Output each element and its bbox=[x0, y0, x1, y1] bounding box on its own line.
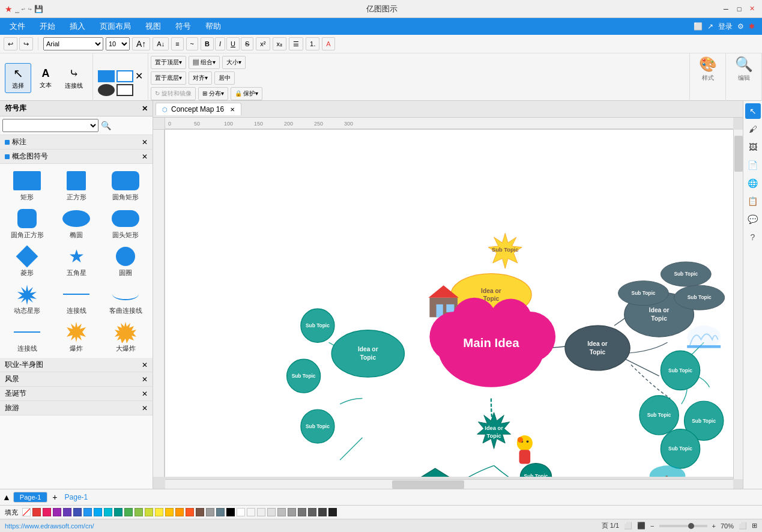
color-light-green[interactable] bbox=[135, 508, 143, 516]
color-grey[interactable] bbox=[206, 508, 214, 516]
shape-burst-item[interactable]: 动态星形 bbox=[5, 282, 49, 315]
canvas-content[interactable]: Sub Topic Idea or Topic Ide bbox=[165, 130, 733, 477]
color-pink[interactable] bbox=[43, 508, 51, 516]
menu-layout[interactable]: 页面布局 bbox=[92, 19, 138, 34]
align-arrange-btn[interactable]: 对齐▾ bbox=[189, 71, 212, 85]
select-tool-btn[interactable]: ↖ 选择 bbox=[5, 63, 31, 93]
bring-top-btn[interactable]: 置于顶层▾ bbox=[151, 56, 186, 69]
menu-start[interactable]: 开始 bbox=[32, 19, 62, 34]
shape-line-item[interactable]: 连接线 bbox=[54, 282, 98, 315]
color-grey1[interactable] bbox=[247, 508, 255, 516]
canvas-wrapper[interactable]: 0 50 100 150 200 250 300 bbox=[153, 118, 743, 489]
shape-explosion-item[interactable]: 爆炸 bbox=[54, 320, 98, 353]
menu-help[interactable]: 帮助 bbox=[198, 19, 228, 34]
login-button[interactable]: 登录 bbox=[718, 22, 733, 32]
save-icon[interactable]: 💾 bbox=[34, 5, 43, 13]
shape-curve-item[interactable]: 客曲连接线 bbox=[103, 282, 148, 315]
color-black[interactable] bbox=[226, 508, 235, 516]
close-career-icon[interactable]: ✕ bbox=[142, 361, 148, 369]
minimize-button[interactable]: ─ bbox=[721, 4, 731, 14]
menu-view[interactable]: 视图 bbox=[138, 19, 168, 34]
zoom-out-btn[interactable]: − bbox=[650, 522, 654, 530]
font-family-select[interactable]: Arial bbox=[43, 37, 103, 50]
search-icon[interactable]: 🔍 bbox=[101, 121, 111, 130]
color-green[interactable] bbox=[124, 508, 133, 516]
website-link[interactable]: https://www.edrawsoft.com/cn/ bbox=[5, 522, 94, 530]
color-deep-purple[interactable] bbox=[63, 508, 71, 516]
font-decrease-btn[interactable]: A↓ bbox=[153, 37, 169, 50]
grid-btn[interactable]: ⊞ bbox=[752, 522, 757, 530]
page-up-btn[interactable]: ▲ bbox=[2, 492, 11, 502]
close-annotation-icon[interactable]: ✕ bbox=[142, 138, 148, 147]
shape-rrect-item[interactable]: 圆角矩形 bbox=[103, 169, 148, 202]
settings-icon[interactable]: ⚙ bbox=[737, 22, 744, 31]
color-grey4[interactable] bbox=[277, 508, 286, 516]
font-increase-btn[interactable]: A↑ bbox=[132, 37, 150, 50]
color-amber[interactable] bbox=[165, 508, 174, 516]
close-scenery-icon[interactable]: ✕ bbox=[142, 375, 148, 384]
numlist-btn[interactable]: 1. bbox=[306, 37, 319, 50]
zoom-slider[interactable] bbox=[659, 525, 707, 527]
color-orange[interactable] bbox=[175, 508, 184, 516]
font-size-select[interactable]: 10 bbox=[106, 37, 130, 50]
tilde-btn[interactable]: ~ bbox=[186, 37, 198, 50]
subscript-btn[interactable]: x₂ bbox=[273, 37, 287, 50]
undo-button[interactable]: ↩ bbox=[4, 37, 17, 50]
no-fill-swatch[interactable] bbox=[22, 508, 31, 516]
rpanel-image-btn[interactable]: 🖼 bbox=[745, 139, 761, 155]
center-btn[interactable]: 居中 bbox=[214, 71, 235, 85]
shape-library-select[interactable] bbox=[2, 119, 98, 132]
rotate-btn[interactable]: ↻ 旋转和镜像 bbox=[151, 87, 196, 100]
distribute-btn[interactable]: ⊞ 分布▾ bbox=[198, 87, 228, 100]
shape-round-rect-item[interactable]: 圆头矩形 bbox=[103, 207, 148, 240]
close-travel-icon[interactable]: ✕ bbox=[142, 404, 148, 413]
sidebar-category-career[interactable]: 职业-半身图 ✕ bbox=[0, 358, 153, 372]
color-red[interactable] bbox=[32, 508, 41, 516]
redo-button[interactable]: ↪ bbox=[19, 37, 33, 50]
fill-dot-btn[interactable] bbox=[98, 84, 115, 96]
color-indigo[interactable] bbox=[73, 508, 82, 516]
rpanel-chat-btn[interactable]: 💬 bbox=[745, 211, 761, 227]
color-light-blue[interactable] bbox=[94, 508, 102, 516]
color-brown[interactable] bbox=[196, 508, 204, 516]
shape-stroke-btn[interactable] bbox=[116, 70, 133, 82]
menu-symbol[interactable]: 符号 bbox=[168, 19, 198, 34]
color-blue-grey[interactable] bbox=[216, 508, 225, 516]
strikethrough-btn[interactable]: S bbox=[241, 37, 253, 50]
scrollbar-vertical[interactable] bbox=[733, 130, 743, 479]
shape-circle-item[interactable]: 圆圈 bbox=[103, 244, 148, 277]
rpanel-page-btn[interactable]: 📄 bbox=[745, 157, 761, 173]
color-grey9[interactable] bbox=[328, 508, 337, 516]
color-deep-orange[interactable] bbox=[186, 508, 194, 516]
maximize-button[interactable]: □ bbox=[734, 4, 744, 14]
rpanel-cursor-btn[interactable]: ↖ bbox=[745, 103, 761, 119]
rpanel-list-btn[interactable]: 📋 bbox=[745, 193, 761, 209]
page-tab-label-right[interactable]: Page-1 bbox=[65, 493, 88, 501]
fit-btn[interactable]: ⬜ bbox=[739, 522, 747, 530]
shape-diamond-item[interactable]: 菱形 bbox=[5, 244, 49, 277]
color-lime[interactable] bbox=[145, 508, 153, 516]
stroke-dot-btn[interactable] bbox=[116, 84, 133, 96]
text-tool-btn[interactable]: A 文本 bbox=[32, 65, 59, 92]
shape-star-item[interactable]: ★ 五角星 bbox=[54, 244, 98, 277]
size-btn[interactable]: 大小▾ bbox=[222, 56, 246, 69]
underline-btn[interactable]: U bbox=[226, 37, 240, 50]
sidebar-category-christmas[interactable]: 圣诞节 ✕ bbox=[0, 387, 153, 401]
fit-page-btn[interactable]: ⬜ bbox=[624, 522, 632, 530]
style-btn[interactable]: 🎨 bbox=[699, 56, 717, 73]
sidebar-category-travel[interactable]: 旅游 ✕ bbox=[0, 401, 153, 416]
bold-btn[interactable]: B bbox=[201, 37, 214, 50]
send-back-btn[interactable]: 置于底层▾ bbox=[151, 71, 186, 85]
list-btn[interactable]: ☰ bbox=[289, 37, 303, 50]
align-btn[interactable]: ≡ bbox=[171, 37, 183, 50]
shape-rect-item[interactable]: 矩形 bbox=[5, 169, 49, 202]
color-teal[interactable] bbox=[114, 508, 122, 516]
fit-selection-btn[interactable]: ⬛ bbox=[637, 522, 646, 530]
color-blue[interactable] bbox=[83, 508, 92, 516]
menu-insert[interactable]: 插入 bbox=[62, 19, 92, 34]
shape-bigexplosion-item[interactable]: 大爆炸 bbox=[103, 320, 148, 353]
shape-round-square-item[interactable]: 圆角正方形 bbox=[5, 207, 49, 240]
share-icon[interactable]: ↗ bbox=[707, 22, 713, 31]
shape-square-item[interactable]: 正方形 bbox=[54, 169, 98, 202]
close-concept-icon[interactable]: ✕ bbox=[142, 153, 148, 161]
